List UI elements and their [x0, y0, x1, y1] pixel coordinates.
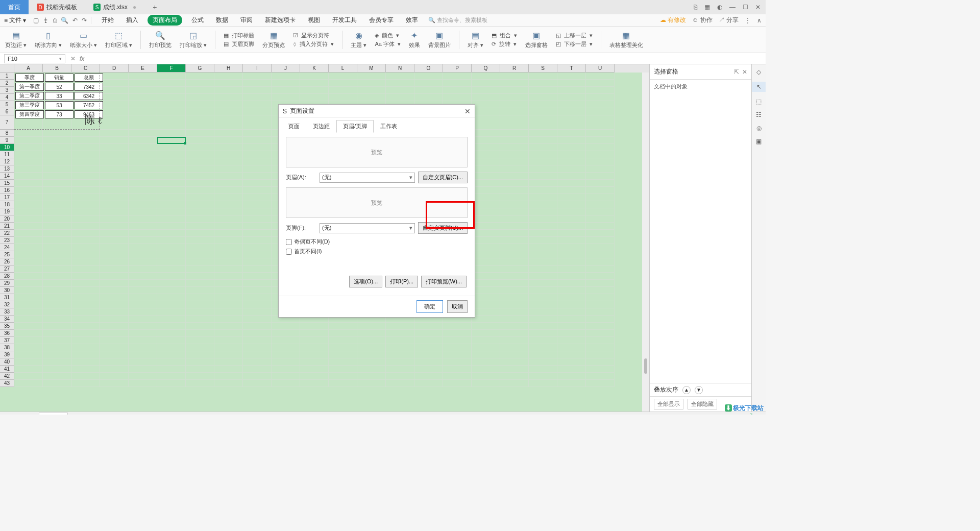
ribbon-show-breaks[interactable]: ☑ 显示分页符 [293, 32, 334, 39]
more-icon[interactable]: ⋮ [745, 17, 751, 24]
row-head-17[interactable]: 17 [0, 194, 14, 201]
row-head-4[interactable]: 4 [0, 94, 14, 101]
rail-help-icon[interactable]: ▣ [756, 138, 762, 145]
row-head-32[interactable]: 32 [0, 301, 14, 308]
ribbon-color[interactable]: ◈ 颜色 ▾ [375, 32, 401, 39]
maximize-icon[interactable]: ☐ [743, 4, 748, 11]
row-head-6[interactable]: 6 [0, 108, 14, 115]
row-head-30[interactable]: 30 [0, 287, 14, 294]
col-head-D[interactable]: D [100, 64, 129, 73]
row-head-23[interactable]: 23 [0, 237, 14, 244]
row-head-40[interactable]: 40 [0, 358, 14, 366]
row-head-2[interactable]: 2 [0, 80, 14, 87]
print-button[interactable]: 打印(P)... [385, 276, 418, 287]
row-head-39[interactable]: 39 [0, 351, 14, 358]
ribbon-selection-pane[interactable]: ▣选择窗格 [525, 30, 548, 49]
custom-footer-button[interactable]: 自定义页脚(U)... [418, 222, 468, 234]
ok-button[interactable]: 确定 [416, 300, 443, 313]
col-head-A[interactable]: A [14, 64, 43, 73]
col-head-T[interactable]: T [557, 64, 586, 73]
cancel-button[interactable]: 取消 [447, 300, 468, 313]
tab-review[interactable]: 审阅 [237, 15, 256, 26]
row-head-31[interactable]: 31 [0, 294, 14, 301]
row-head-42[interactable]: 42 [0, 373, 14, 380]
row-head-33[interactable]: 33 [0, 308, 14, 316]
col-head-K[interactable]: K [300, 64, 329, 73]
name-box[interactable]: F10 [4, 54, 65, 63]
rail-chart-icon[interactable]: ☷ [756, 111, 762, 118]
sheet-first-icon[interactable]: ⏮ [3, 414, 9, 415]
footer-select[interactable]: (无) [320, 223, 415, 233]
row-head-41[interactable]: 41 [0, 366, 14, 373]
column-headers[interactable]: ABCDEFGHIJKLMNOPQRSTU [14, 64, 649, 73]
ribbon-beautify[interactable]: ▦表格整理美化 [609, 30, 643, 49]
header-select[interactable]: (无) [320, 173, 415, 183]
sheet-tab[interactable]: Sheet1 [39, 413, 68, 415]
ribbon-break-preview[interactable]: ▦分页预览 [262, 30, 285, 49]
ribbon-forward[interactable]: ◱ 上移一层 ▾ [556, 32, 593, 39]
row-head-35[interactable]: 35 [0, 323, 14, 330]
dlg-tab-page[interactable]: 页面 [282, 120, 306, 133]
row-head-22[interactable]: 22 [0, 230, 14, 237]
apps-icon[interactable]: ▦ [704, 4, 710, 11]
hide-all-button[interactable]: 全部隐藏 [688, 399, 717, 409]
dialog-close-icon[interactable]: ✕ [464, 107, 471, 115]
row-head-14[interactable]: 14 [0, 173, 14, 180]
pane-pin-icon[interactable]: ⇱ [734, 68, 739, 76]
dlg-tab-headerfooter[interactable]: 页眉/页脚 [336, 120, 374, 133]
minimize-icon[interactable]: — [729, 4, 736, 11]
tab-template[interactable]: D找稻壳模板 [29, 0, 85, 14]
tab-dev[interactable]: 开发工具 [329, 15, 360, 26]
ribbon-preview[interactable]: 🔍打印预览 [149, 30, 172, 49]
undo-icon[interactable]: ↶ [72, 17, 78, 24]
row-head-12[interactable]: 12 [0, 158, 14, 165]
preview-icon[interactable]: 🔍 [61, 17, 68, 24]
ribbon-margins[interactable]: ▤页边距 ▾ [5, 30, 27, 49]
add-sheet-icon[interactable]: + [72, 414, 75, 415]
close-icon[interactable]: ✕ [755, 4, 761, 11]
ribbon-print-area[interactable]: ⬚打印区域 ▾ [105, 30, 132, 49]
tab-data[interactable]: 数据 [213, 15, 231, 26]
row-head-25[interactable]: 25 [0, 251, 14, 258]
tab-new[interactable]: 新建选项卡 [262, 15, 299, 26]
formula-input[interactable] [89, 54, 766, 63]
ribbon-insert-break[interactable]: ⎀ 插入分页符 ▾ [293, 40, 334, 48]
fx-icon[interactable]: fx [80, 55, 84, 62]
row-head-1[interactable]: 1 [0, 73, 14, 80]
row-head-8[interactable]: 8 [0, 130, 14, 137]
col-head-S[interactable]: S [529, 64, 557, 73]
col-head-J[interactable]: J [272, 64, 300, 73]
row-head-10[interactable]: 10 [0, 144, 14, 151]
row-head-38[interactable]: 38 [0, 344, 14, 351]
ribbon-rotate[interactable]: ⟳ 旋转 ▾ [492, 40, 517, 48]
row-head-29[interactable]: 29 [0, 280, 14, 287]
row-head-37[interactable]: 37 [0, 337, 14, 344]
rail-select-icon[interactable]: ↖ [752, 82, 766, 92]
last-tab-icon[interactable]: ⎘ [694, 4, 697, 11]
tab-file[interactable]: S成绩.xlsx● [85, 0, 144, 14]
col-head-O[interactable]: O [414, 64, 443, 73]
ribbon-group[interactable]: ⬒ 组合 ▾ [492, 32, 517, 39]
row-head-5[interactable]: 5 [0, 101, 14, 108]
col-head-Q[interactable]: Q [472, 64, 500, 73]
ribbon-effect[interactable]: ✦效果 [409, 30, 420, 49]
row-head-28[interactable]: 28 [0, 273, 14, 280]
row-head-27[interactable]: 27 [0, 266, 14, 273]
row-head-11[interactable]: 11 [0, 151, 14, 158]
row-head-19[interactable]: 19 [0, 208, 14, 215]
row-head-3[interactable]: 3 [0, 87, 14, 94]
print-preview-button[interactable]: 打印预览(W)... [421, 276, 467, 287]
show-all-button[interactable]: 全部显示 [654, 399, 683, 409]
ribbon-orientation[interactable]: ▯纸张方向 ▾ [35, 30, 62, 49]
col-head-R[interactable]: R [500, 64, 529, 73]
col-head-B[interactable]: B [43, 64, 71, 73]
pane-close-icon[interactable]: ✕ [742, 68, 747, 76]
col-head-U[interactable]: U [586, 64, 615, 73]
row-head-20[interactable]: 20 [0, 215, 14, 223]
ribbon-size[interactable]: ▭纸张大小 ▾ [70, 30, 97, 49]
tab-efficiency[interactable]: 效率 [403, 15, 421, 26]
col-head-M[interactable]: M [357, 64, 386, 73]
options-button[interactable]: 选项(O)... [349, 276, 382, 287]
open-icon[interactable]: ⭽ [43, 17, 49, 24]
row-head-7[interactable]: 7 [0, 115, 14, 130]
